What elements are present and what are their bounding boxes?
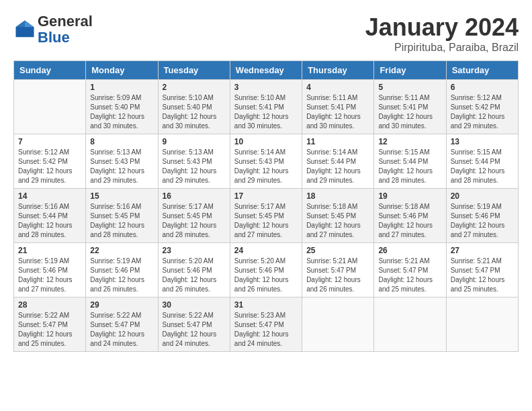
day-cell: 23Sunrise: 5:20 AM Sunset: 5:46 PM Dayli… xyxy=(158,243,230,298)
day-info: Sunrise: 5:10 AM Sunset: 5:40 PM Dayligh… xyxy=(163,93,226,131)
day-info: Sunrise: 5:16 AM Sunset: 5:45 PM Dayligh… xyxy=(90,202,153,240)
day-cell: 14Sunrise: 5:16 AM Sunset: 5:44 PM Dayli… xyxy=(14,189,86,243)
logo-general: General xyxy=(38,13,93,30)
week-row-1: 1Sunrise: 5:09 AM Sunset: 5:40 PM Daylig… xyxy=(14,80,519,134)
day-info: Sunrise: 5:22 AM Sunset: 5:47 PM Dayligh… xyxy=(163,311,226,349)
day-cell: 11Sunrise: 5:14 AM Sunset: 5:44 PM Dayli… xyxy=(302,134,374,189)
logo-blue: Blue xyxy=(38,29,70,46)
day-cell: 31Sunrise: 5:23 AM Sunset: 5:47 PM Dayli… xyxy=(230,298,302,352)
day-info: Sunrise: 5:19 AM Sunset: 5:46 PM Dayligh… xyxy=(18,257,81,294)
day-cell: 19Sunrise: 5:18 AM Sunset: 5:46 PM Dayli… xyxy=(374,189,446,243)
day-number: 16 xyxy=(163,191,226,201)
day-cell: 3Sunrise: 5:10 AM Sunset: 5:41 PM Daylig… xyxy=(230,80,302,134)
day-cell: 2Sunrise: 5:10 AM Sunset: 5:40 PM Daylig… xyxy=(158,80,230,134)
day-number: 6 xyxy=(451,83,514,92)
day-info: Sunrise: 5:21 AM Sunset: 5:47 PM Dayligh… xyxy=(306,257,369,294)
day-number: 3 xyxy=(234,83,298,92)
day-cell: 10Sunrise: 5:14 AM Sunset: 5:43 PM Dayli… xyxy=(230,134,302,189)
day-cell: 4Sunrise: 5:11 AM Sunset: 5:41 PM Daylig… xyxy=(302,80,374,134)
day-number: 12 xyxy=(378,137,441,146)
week-row-5: 28Sunrise: 5:22 AM Sunset: 5:47 PM Dayli… xyxy=(14,298,519,352)
page-header: General Blue January 2024 Pirpirituba, P… xyxy=(13,13,519,54)
column-header-saturday: Saturday xyxy=(446,61,518,80)
day-cell xyxy=(374,298,446,352)
day-number: 26 xyxy=(378,246,441,255)
day-info: Sunrise: 5:12 AM Sunset: 5:42 PM Dayligh… xyxy=(18,148,81,185)
day-info: Sunrise: 5:18 AM Sunset: 5:46 PM Dayligh… xyxy=(378,202,441,240)
svg-marker-2 xyxy=(16,21,26,28)
day-cell xyxy=(14,80,86,134)
day-number: 25 xyxy=(306,246,369,255)
day-number: 14 xyxy=(18,191,81,201)
day-number: 11 xyxy=(306,137,369,146)
day-number: 5 xyxy=(378,83,441,92)
day-info: Sunrise: 5:15 AM Sunset: 5:44 PM Dayligh… xyxy=(451,148,514,185)
svg-marker-1 xyxy=(25,21,34,28)
day-number: 4 xyxy=(306,83,369,92)
day-info: Sunrise: 5:16 AM Sunset: 5:44 PM Dayligh… xyxy=(18,202,81,240)
day-cell: 25Sunrise: 5:21 AM Sunset: 5:47 PM Dayli… xyxy=(302,243,374,298)
day-number: 29 xyxy=(90,300,153,310)
day-cell: 26Sunrise: 5:21 AM Sunset: 5:47 PM Dayli… xyxy=(374,243,446,298)
day-cell: 24Sunrise: 5:20 AM Sunset: 5:46 PM Dayli… xyxy=(230,243,302,298)
logo: General Blue xyxy=(13,13,93,46)
day-cell: 15Sunrise: 5:16 AM Sunset: 5:45 PM Dayli… xyxy=(86,189,158,243)
day-number: 17 xyxy=(234,191,298,201)
day-number: 21 xyxy=(18,246,81,255)
calendar-table: SundayMondayTuesdayWednesdayThursdayFrid… xyxy=(13,60,519,352)
column-header-monday: Monday xyxy=(86,61,158,80)
day-info: Sunrise: 5:14 AM Sunset: 5:44 PM Dayligh… xyxy=(306,148,369,185)
column-header-sunday: Sunday xyxy=(14,61,86,80)
day-info: Sunrise: 5:11 AM Sunset: 5:41 PM Dayligh… xyxy=(378,93,441,131)
day-info: Sunrise: 5:15 AM Sunset: 5:44 PM Dayligh… xyxy=(378,148,441,185)
day-number: 15 xyxy=(90,191,153,201)
day-number: 13 xyxy=(451,137,514,146)
logo-text: General Blue xyxy=(38,13,93,46)
week-row-2: 7Sunrise: 5:12 AM Sunset: 5:42 PM Daylig… xyxy=(14,134,519,189)
week-row-4: 21Sunrise: 5:19 AM Sunset: 5:46 PM Dayli… xyxy=(14,243,519,298)
day-cell: 16Sunrise: 5:17 AM Sunset: 5:45 PM Dayli… xyxy=(158,189,230,243)
day-number: 2 xyxy=(163,83,226,92)
logo-icon xyxy=(15,19,35,40)
day-info: Sunrise: 5:18 AM Sunset: 5:45 PM Dayligh… xyxy=(306,202,369,240)
day-cell: 27Sunrise: 5:21 AM Sunset: 5:47 PM Dayli… xyxy=(446,243,518,298)
day-number: 1 xyxy=(90,83,153,92)
day-info: Sunrise: 5:10 AM Sunset: 5:41 PM Dayligh… xyxy=(234,93,298,131)
month-title: January 2024 xyxy=(365,13,519,42)
day-info: Sunrise: 5:23 AM Sunset: 5:47 PM Dayligh… xyxy=(234,311,298,349)
day-info: Sunrise: 5:13 AM Sunset: 5:43 PM Dayligh… xyxy=(163,148,226,185)
day-number: 20 xyxy=(451,191,514,201)
day-cell: 5Sunrise: 5:11 AM Sunset: 5:41 PM Daylig… xyxy=(374,80,446,134)
day-cell: 22Sunrise: 5:19 AM Sunset: 5:46 PM Dayli… xyxy=(86,243,158,298)
day-info: Sunrise: 5:12 AM Sunset: 5:42 PM Dayligh… xyxy=(451,93,514,131)
day-cell: 28Sunrise: 5:22 AM Sunset: 5:47 PM Dayli… xyxy=(14,298,86,352)
day-info: Sunrise: 5:21 AM Sunset: 5:47 PM Dayligh… xyxy=(378,257,441,294)
day-number: 22 xyxy=(90,246,153,255)
day-cell: 6Sunrise: 5:12 AM Sunset: 5:42 PM Daylig… xyxy=(446,80,518,134)
day-number: 24 xyxy=(234,246,298,255)
title-block: January 2024 Pirpirituba, Paraiba, Brazi… xyxy=(365,13,519,54)
day-number: 19 xyxy=(378,191,441,201)
column-header-tuesday: Tuesday xyxy=(158,61,230,80)
day-info: Sunrise: 5:11 AM Sunset: 5:41 PM Dayligh… xyxy=(306,93,369,131)
day-cell: 1Sunrise: 5:09 AM Sunset: 5:40 PM Daylig… xyxy=(86,80,158,134)
day-cell: 12Sunrise: 5:15 AM Sunset: 5:44 PM Dayli… xyxy=(374,134,446,189)
day-cell: 17Sunrise: 5:17 AM Sunset: 5:45 PM Dayli… xyxy=(230,189,302,243)
day-info: Sunrise: 5:19 AM Sunset: 5:46 PM Dayligh… xyxy=(451,202,514,240)
column-header-wednesday: Wednesday xyxy=(230,61,302,80)
day-number: 30 xyxy=(163,300,226,310)
day-cell: 20Sunrise: 5:19 AM Sunset: 5:46 PM Dayli… xyxy=(446,189,518,243)
day-info: Sunrise: 5:22 AM Sunset: 5:47 PM Dayligh… xyxy=(90,311,153,349)
day-number: 18 xyxy=(306,191,369,201)
day-number: 8 xyxy=(90,137,153,146)
day-info: Sunrise: 5:13 AM Sunset: 5:43 PM Dayligh… xyxy=(90,148,153,185)
day-info: Sunrise: 5:19 AM Sunset: 5:46 PM Dayligh… xyxy=(90,257,153,294)
day-number: 28 xyxy=(18,300,81,310)
day-info: Sunrise: 5:20 AM Sunset: 5:46 PM Dayligh… xyxy=(163,257,226,294)
day-info: Sunrise: 5:21 AM Sunset: 5:47 PM Dayligh… xyxy=(451,257,514,294)
day-number: 7 xyxy=(18,137,81,146)
day-number: 31 xyxy=(234,300,298,310)
day-number: 9 xyxy=(163,137,226,146)
day-cell: 18Sunrise: 5:18 AM Sunset: 5:45 PM Dayli… xyxy=(302,189,374,243)
day-number: 23 xyxy=(163,246,226,255)
